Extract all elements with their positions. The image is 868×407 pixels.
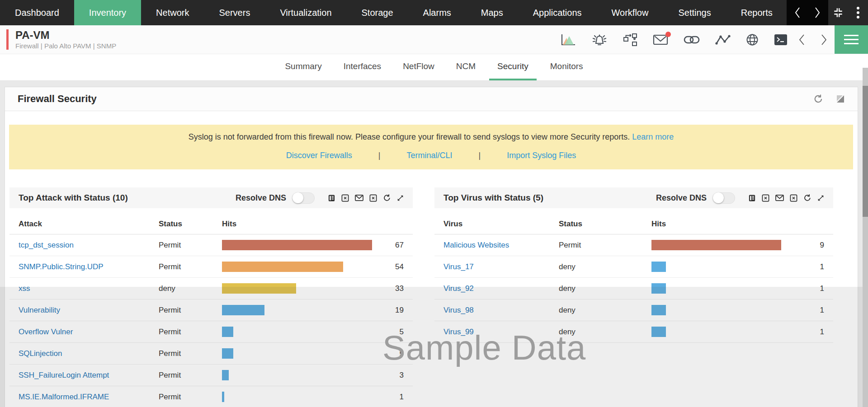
nav-item-dashboard[interactable]: Dashboard bbox=[0, 0, 74, 25]
table-row: tcp_dst_sessionPermit67 bbox=[9, 234, 413, 256]
banner-link-import-syslog-files[interactable]: Import Syslog Files bbox=[507, 151, 576, 160]
nav-item-reports[interactable]: Reports bbox=[726, 0, 788, 25]
entry-link[interactable]: SQLinjection bbox=[19, 349, 159, 358]
xls-icon[interactable] bbox=[341, 194, 349, 202]
table-row: Virus_99deny1 bbox=[434, 321, 833, 343]
tab-security[interactable]: Security bbox=[489, 54, 537, 80]
device-subtitle: Firewall | Palo Alto PAVM | SNMP bbox=[15, 42, 116, 50]
resolve-dns-toggle[interactable] bbox=[713, 192, 735, 204]
chevron-right-icon[interactable] bbox=[821, 34, 827, 46]
status-text: Permit bbox=[159, 241, 222, 250]
hits-value: 3 bbox=[372, 371, 404, 380]
alarm-bell-icon[interactable] bbox=[591, 33, 608, 47]
nav-item-applications[interactable]: Applications bbox=[518, 0, 597, 25]
learn-more-link[interactable]: Learn more bbox=[632, 132, 674, 141]
column-header[interactable]: Hits bbox=[222, 220, 372, 229]
severity-accent-bar bbox=[6, 29, 9, 50]
entry-link[interactable]: SNMP.Public.String.UDP bbox=[19, 262, 159, 271]
entry-link[interactable]: tcp_dst_session bbox=[19, 241, 159, 250]
top-attack-panel: Top Attack with Status (10) Resolve DNS … bbox=[9, 187, 413, 407]
chevron-right-icon[interactable] bbox=[814, 7, 821, 19]
nav-item-alarms[interactable]: Alarms bbox=[408, 0, 466, 25]
column-header[interactable]: Virus bbox=[443, 220, 559, 229]
tab-monitors[interactable]: Monitors bbox=[542, 54, 591, 80]
column-header[interactable]: Attack bbox=[19, 220, 159, 229]
table-row: VulnerabilityPermit19 bbox=[9, 299, 413, 321]
dependency-link-icon[interactable] bbox=[684, 35, 700, 45]
banner-link-terminal-cli[interactable]: Terminal/CLI bbox=[406, 151, 452, 160]
monitor-pulse-icon[interactable] bbox=[715, 34, 731, 45]
scrollbar-thumb[interactable] bbox=[863, 86, 868, 217]
nav-item-maps[interactable]: Maps bbox=[466, 0, 518, 25]
vertical-scrollbar[interactable] bbox=[863, 68, 868, 407]
resolve-dns-toggle[interactable] bbox=[292, 192, 315, 204]
entry-link[interactable]: Overflow Vulner bbox=[19, 327, 159, 337]
csv-icon[interactable] bbox=[369, 194, 377, 202]
hits-value: 5 bbox=[372, 349, 404, 358]
xls-icon[interactable] bbox=[762, 194, 769, 202]
status-text: deny bbox=[559, 306, 651, 315]
expand-icon[interactable] bbox=[817, 195, 824, 201]
entry-link[interactable]: Virus_99 bbox=[443, 327, 559, 337]
entry-link[interactable]: Virus_17 bbox=[443, 262, 559, 271]
terminal-icon[interactable] bbox=[774, 34, 788, 46]
nav-item-virtualization[interactable]: Virtualization bbox=[265, 0, 346, 25]
chevron-left-icon[interactable] bbox=[798, 34, 805, 46]
hits-bar bbox=[222, 348, 372, 359]
column-header[interactable]: Status bbox=[159, 220, 222, 229]
entry-link[interactable]: Virus_92 bbox=[443, 284, 559, 293]
nav-item-network[interactable]: Network bbox=[141, 0, 204, 25]
hits-value: 1 bbox=[781, 262, 824, 271]
hits-bar bbox=[651, 305, 781, 315]
entry-link[interactable]: Virus_98 bbox=[443, 306, 559, 315]
email-icon[interactable] bbox=[355, 194, 363, 201]
panel-title: Top Virus with Status (5) bbox=[443, 193, 543, 203]
table-row: SSH_FailureLogin AttemptPermit3 bbox=[9, 365, 413, 386]
hits-value: 9 bbox=[781, 241, 824, 250]
table-body: tcp_dst_sessionPermit67SNMP.Public.Strin… bbox=[9, 234, 413, 407]
nav-item-inventory[interactable]: Inventory bbox=[74, 0, 141, 25]
email-icon[interactable] bbox=[775, 194, 784, 201]
kebab-menu-icon[interactable] bbox=[848, 0, 868, 25]
chevron-left-icon[interactable] bbox=[794, 7, 801, 19]
column-header[interactable]: Status bbox=[559, 220, 651, 229]
tab-ncm[interactable]: NCM bbox=[448, 54, 484, 80]
refresh-icon[interactable] bbox=[383, 194, 391, 202]
column-header[interactable]: Hits bbox=[651, 220, 781, 229]
tab-summary[interactable]: Summary bbox=[277, 54, 330, 80]
nav-item-servers[interactable]: Servers bbox=[204, 0, 265, 25]
pdf-icon[interactable] bbox=[748, 194, 756, 202]
hits-value: 33 bbox=[372, 284, 404, 293]
entry-link[interactable]: SSH_FailureLogin Attempt bbox=[19, 371, 159, 380]
hits-bar bbox=[222, 262, 372, 272]
table-row: Virus_92deny1 bbox=[434, 278, 833, 299]
email-icon[interactable] bbox=[653, 34, 668, 46]
entry-link[interactable]: xss bbox=[19, 284, 159, 293]
nav-item-workflow[interactable]: Workflow bbox=[597, 0, 664, 25]
compress-icon[interactable] bbox=[828, 0, 848, 25]
nav-item-settings[interactable]: Settings bbox=[663, 0, 726, 25]
expand-widget-icon[interactable] bbox=[836, 94, 845, 103]
hamburger-menu-icon[interactable] bbox=[835, 25, 868, 54]
table-row: MS.IE.Malformed.IFRAMEPermit1 bbox=[9, 386, 413, 407]
banner-message-text: Syslog is not forwarded from this firewa… bbox=[189, 132, 630, 141]
entry-link[interactable]: Malicious Websites bbox=[443, 241, 559, 250]
tab-interfaces[interactable]: Interfaces bbox=[335, 54, 389, 80]
refresh-icon[interactable] bbox=[803, 194, 811, 202]
entry-link[interactable]: Vulnerability bbox=[19, 306, 159, 315]
expand-icon[interactable] bbox=[397, 195, 404, 201]
banner-link-discover-firewalls[interactable]: Discover Firewalls bbox=[286, 151, 352, 160]
refresh-icon[interactable] bbox=[813, 94, 823, 104]
nav-item-storage[interactable]: Storage bbox=[347, 0, 408, 25]
globe-icon[interactable] bbox=[746, 33, 759, 46]
device-title: PA-VM bbox=[15, 29, 116, 41]
hits-value: 1 bbox=[781, 327, 824, 337]
csv-icon[interactable] bbox=[790, 194, 797, 202]
performance-chart-icon[interactable] bbox=[561, 33, 576, 46]
entry-link[interactable]: MS.IE.Malformed.IFRAME bbox=[19, 393, 159, 402]
hits-bar bbox=[651, 283, 781, 294]
workflow-icon[interactable] bbox=[623, 33, 637, 47]
notification-dot bbox=[665, 32, 671, 37]
pdf-icon[interactable] bbox=[328, 194, 335, 202]
tab-netflow[interactable]: NetFlow bbox=[395, 54, 443, 80]
